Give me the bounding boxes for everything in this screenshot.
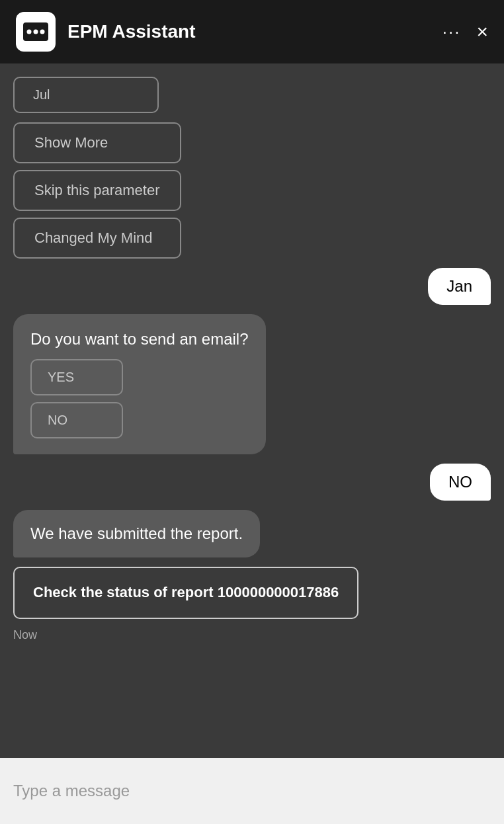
report-submitted-bubble: We have submitted the report. <box>13 510 260 557</box>
yes-no-buttons: YES NO <box>30 359 249 438</box>
app-logo <box>16 12 56 52</box>
chat-header: EPM Assistant ··· × <box>0 0 504 63</box>
svg-point-2 <box>34 30 38 34</box>
check-status-card[interactable]: Check the status of report 1000000000178… <box>13 567 358 619</box>
svg-point-3 <box>40 30 45 34</box>
top-cropped-button-container: Jul <box>13 77 159 113</box>
yes-button[interactable]: YES <box>30 359 123 395</box>
input-area <box>0 758 504 824</box>
more-options-button[interactable]: ··· <box>442 22 461 42</box>
jul-button[interactable]: Jul <box>13 77 159 113</box>
svg-point-1 <box>27 30 32 34</box>
option-buttons-group: Show More Skip this parameter Changed My… <box>13 122 181 259</box>
show-more-button[interactable]: Show More <box>13 122 181 163</box>
bot-email-question-bubble: Do you want to send an email? YES NO <box>13 314 266 454</box>
chat-area: Jul Show More Skip this parameter Change… <box>0 63 504 758</box>
user-message-no: NO <box>430 464 491 501</box>
skip-parameter-button[interactable]: Skip this parameter <box>13 170 181 211</box>
close-button[interactable]: × <box>476 21 488 43</box>
header-actions: ··· × <box>442 21 488 43</box>
changed-my-mind-button[interactable]: Changed My Mind <box>13 218 181 259</box>
no-button[interactable]: NO <box>30 402 123 438</box>
user-message-jan: Jan <box>428 268 491 305</box>
timestamp: Now <box>13 628 37 642</box>
bot-question-text: Do you want to send an email? <box>30 330 249 348</box>
message-input[interactable] <box>13 782 491 800</box>
app-title: EPM Assistant <box>67 21 442 42</box>
